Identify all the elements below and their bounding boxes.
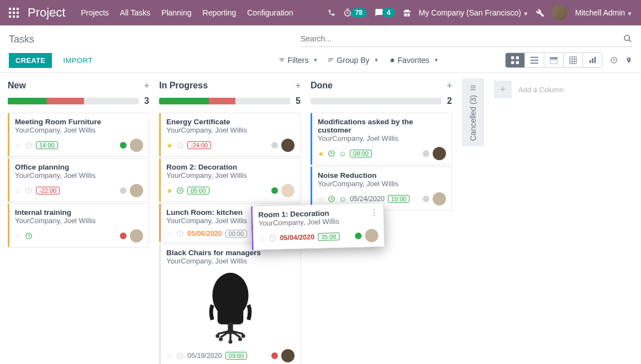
status-dot[interactable] (271, 352, 278, 359)
status-dot[interactable] (271, 187, 278, 194)
clock-icon (176, 187, 184, 194)
status-dot[interactable] (120, 233, 127, 239)
kanban-card[interactable]: Office planning YourCompany, Joel Willis… (8, 158, 149, 202)
deadline-date: 05/19/2020 (187, 352, 222, 360)
status-dot[interactable] (120, 187, 127, 194)
assignee-avatar[interactable] (130, 184, 143, 197)
star-icon[interactable]: ★ (166, 141, 173, 150)
status-dot[interactable] (423, 150, 429, 157)
svg-rect-19 (550, 60, 558, 64)
clock-icon (176, 230, 184, 238)
card-title: Room 2: Decoration (166, 163, 295, 171)
brand-title: Project (28, 6, 65, 20)
card-title: Meeting Room Furniture (15, 118, 143, 126)
column-count: 3 (144, 96, 149, 106)
time-chip: -22:00 (36, 187, 60, 194)
star-icon[interactable]: ☆ (259, 234, 265, 242)
smiley-icon[interactable]: ☺ (339, 194, 346, 203)
view-kanban-icon[interactable] (506, 53, 525, 67)
star-icon[interactable]: ☆ (15, 141, 22, 150)
clock-icon (269, 234, 276, 242)
timer-widget[interactable]: 78 (343, 8, 367, 17)
apps-icon[interactable] (9, 8, 19, 18)
user-menu[interactable]: Mitchell Admin▼ (575, 8, 632, 17)
card-subtitle: YourCompany, Joel Willis (166, 171, 295, 180)
view-pivot-icon[interactable] (564, 53, 583, 67)
nav-all-tasks[interactable]: All Tasks (120, 8, 150, 17)
nav-projects[interactable]: Projects (81, 8, 109, 17)
gift-icon[interactable] (403, 9, 411, 17)
svg-rect-4 (13, 12, 15, 14)
kanban-card[interactable]: Energy Certificate YourCompany, Joel Wil… (159, 113, 301, 157)
view-calendar-icon[interactable] (544, 53, 564, 67)
card-menu-icon[interactable]: ⋮ (370, 207, 379, 217)
add-column-label[interactable]: Add a Column (518, 86, 564, 94)
star-icon[interactable]: ☆ (15, 187, 22, 195)
status-dot[interactable] (355, 233, 361, 239)
company-selector[interactable]: My Company (San Francisco)▼ (419, 8, 528, 17)
search-input[interactable] (301, 32, 623, 45)
assignee-avatar[interactable] (130, 229, 143, 242)
assignee-avatar[interactable] (433, 147, 446, 160)
assignee-avatar[interactable] (281, 349, 295, 362)
folded-label: Cancelled (3) (469, 95, 477, 141)
activity-icon[interactable] (610, 56, 618, 64)
svg-point-37 (238, 337, 242, 341)
card-subtitle: YourCompany, Joel Willis (15, 217, 143, 225)
groupby-button[interactable]: Group By▼ (328, 56, 379, 65)
kanban-card[interactable]: Meeting Room Furniture YourCompany, Joel… (8, 113, 149, 157)
clock-icon (25, 232, 33, 240)
svg-rect-32 (218, 308, 244, 324)
quick-create-icon[interactable]: + (144, 81, 149, 91)
star-icon[interactable]: ★ (166, 187, 173, 195)
messages-widget[interactable]: 4 (375, 8, 395, 17)
card-image (197, 270, 264, 347)
assignee-avatar[interactable] (281, 184, 295, 197)
quick-create-icon[interactable]: + (296, 81, 301, 91)
progress-bar (159, 98, 290, 104)
star-icon[interactable]: ☆ (15, 232, 22, 240)
smiley-icon[interactable]: ☺ (339, 149, 346, 158)
phone-icon[interactable] (328, 9, 335, 17)
assignee-avatar[interactable] (433, 192, 446, 205)
star-icon[interactable]: ☆ (166, 352, 173, 360)
status-dot[interactable] (271, 142, 278, 149)
search-icon[interactable] (623, 34, 632, 43)
star-icon[interactable]: ☆ (166, 229, 173, 238)
kanban-card[interactable]: Black Chairs for managers YourCompany, J… (159, 244, 301, 364)
svg-rect-23 (595, 57, 596, 63)
assignee-avatar[interactable] (365, 229, 379, 242)
quick-create-icon[interactable]: + (447, 81, 452, 91)
timer-badge: 78 (351, 8, 367, 17)
clock-icon (25, 187, 33, 194)
debug-icon[interactable] (536, 9, 544, 17)
import-button[interactable]: IMPORT (56, 53, 99, 68)
kanban-card[interactable]: Modifications asked by the customer Your… (311, 113, 452, 165)
assignee-avatar[interactable] (281, 139, 295, 152)
progress-bar (311, 98, 442, 104)
star-icon[interactable]: ☆ (318, 195, 324, 203)
favorites-button[interactable]: Favorites▼ (389, 56, 439, 65)
status-dot[interactable] (423, 196, 429, 202)
time-chip: -24:00 (187, 141, 211, 149)
nav-reporting[interactable]: Reporting (203, 8, 237, 17)
kanban-card[interactable]: Internal training YourCompany, Joel Will… (8, 203, 149, 247)
view-graph-icon[interactable] (583, 53, 602, 67)
view-list-icon[interactable] (525, 53, 544, 67)
kanban-card-dragging[interactable]: ⋮ Room 1: Decoration YourCompany, Joel W… (251, 203, 385, 250)
nav-planning[interactable]: Planning (161, 8, 192, 17)
status-dot[interactable] (120, 142, 127, 149)
card-subtitle: YourCompany, Joel Willis (166, 257, 295, 265)
messages-badge: 4 (382, 8, 395, 17)
add-column-button[interactable]: + (494, 81, 512, 98)
assignee-avatar[interactable] (130, 139, 143, 152)
nav-configuration[interactable]: Configuration (247, 8, 293, 17)
column-cancelled-folded[interactable]: Cancelled (3) (462, 78, 484, 146)
filters-button[interactable]: Filters▼ (279, 56, 318, 65)
create-button[interactable]: CREATE (9, 53, 52, 68)
star-icon[interactable]: ★ (318, 150, 324, 158)
map-icon[interactable] (626, 56, 632, 64)
card-subtitle: YourCompany, Joel Willis (166, 126, 295, 134)
user-avatar[interactable] (552, 5, 568, 20)
kanban-card[interactable]: Room 2: Decoration YourCompany, Joel Wil… (159, 158, 301, 202)
